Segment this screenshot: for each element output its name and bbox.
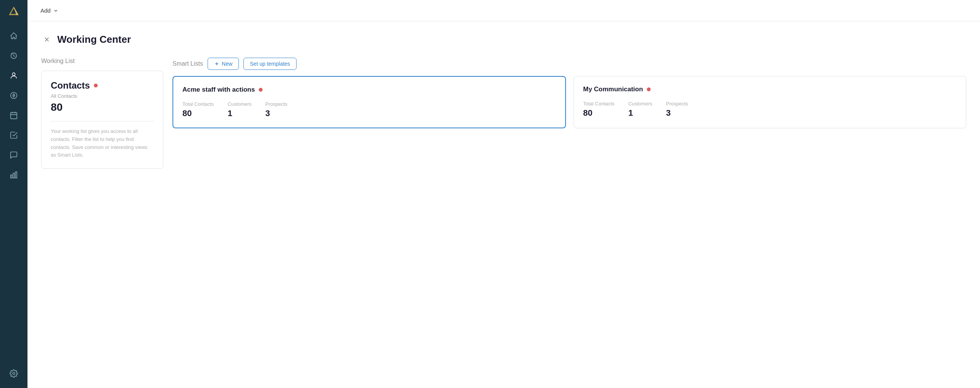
svg-rect-9	[16, 172, 17, 178]
contacts-subtitle: All Contacts	[51, 93, 154, 99]
stat-label-total-0: Total Contacts	[182, 101, 214, 107]
new-smart-list-button[interactable]: New	[208, 58, 239, 70]
sidebar-item-tasks[interactable]	[0, 125, 27, 145]
contacts-title-row: Contacts	[51, 80, 154, 91]
stat-total-contacts-1: Total Contacts 80	[583, 101, 614, 118]
stat-value-prospects-1: 3	[666, 108, 688, 118]
plus-icon	[214, 61, 219, 66]
svg-point-4	[12, 73, 15, 76]
sidebar-item-reports[interactable]	[0, 165, 27, 185]
app-logo[interactable]	[0, 0, 27, 23]
svg-point-10	[13, 372, 15, 375]
svg-rect-7	[11, 175, 12, 178]
stat-label-customers-0: Customers	[227, 101, 251, 107]
stat-value-customers-0: 1	[227, 108, 251, 118]
smart-lists-label: Smart Lists	[172, 60, 203, 67]
templates-button-label: Set up templates	[250, 61, 290, 67]
stat-label-total-1: Total Contacts	[583, 101, 614, 107]
sidebar-item-sync[interactable]	[0, 46, 27, 66]
smart-cards-row: Acme staff with actions Total Contacts 8…	[172, 76, 966, 128]
svg-rect-8	[13, 173, 15, 178]
sidebar	[0, 0, 27, 388]
smart-list-card-0[interactable]: Acme staff with actions Total Contacts 8…	[172, 76, 566, 128]
stat-prospects-1: Prospects 3	[666, 101, 688, 118]
stat-total-contacts-0: Total Contacts 80	[182, 101, 214, 118]
contacts-description: Your working list gives you access to al…	[51, 128, 154, 159]
stat-value-total-0: 80	[182, 108, 214, 118]
sidebar-item-home[interactable]	[0, 26, 27, 46]
stat-value-prospects-0: 3	[265, 108, 287, 118]
smart-card-stats-1: Total Contacts 80 Customers 1 Prospects …	[583, 101, 957, 118]
sidebar-item-messages[interactable]	[0, 145, 27, 165]
smart-card-dot-1	[647, 87, 651, 91]
stat-value-total-1: 80	[583, 108, 614, 118]
contacts-count: 80	[51, 101, 154, 113]
smart-card-title-row-0: Acme staff with actions	[182, 86, 556, 94]
contacts-status-dot	[94, 84, 98, 87]
smart-lists-column: Smart Lists New Set up templates	[172, 58, 966, 128]
chevron-down-icon	[53, 8, 58, 13]
topbar: Add	[27, 0, 980, 21]
sidebar-item-contacts[interactable]	[0, 66, 27, 86]
main-area: Add ✕ Working Center Working List Contac…	[27, 0, 980, 388]
contacts-card[interactable]: Contacts All Contacts 80 Your working li…	[41, 71, 163, 169]
lists-row: Working List Contacts All Contacts 80 Yo…	[41, 58, 966, 169]
set-up-templates-button[interactable]: Set up templates	[243, 58, 297, 70]
working-list-column: Working List Contacts All Contacts 80 Yo…	[41, 58, 163, 169]
content-area: ✕ Working Center Working List Contacts A…	[27, 21, 980, 388]
contacts-title: Contacts	[51, 80, 90, 91]
smart-card-title-1: My Communication	[583, 86, 643, 93]
stat-customers-1: Customers 1	[628, 101, 652, 118]
smart-card-stats-0: Total Contacts 80 Customers 1 Prospects …	[182, 101, 556, 118]
sidebar-item-calendar[interactable]	[0, 105, 27, 125]
add-button[interactable]: Add	[37, 5, 62, 16]
add-label: Add	[40, 7, 51, 14]
sidebar-item-settings[interactable]	[0, 364, 27, 383]
stat-prospects-0: Prospects 3	[265, 101, 287, 118]
page-header: ✕ Working Center	[41, 34, 966, 45]
page-title: Working Center	[57, 34, 131, 45]
new-button-label: New	[222, 61, 232, 67]
close-button[interactable]: ✕	[41, 34, 52, 45]
smart-card-dot-0	[259, 88, 263, 92]
stat-label-prospects-0: Prospects	[265, 101, 287, 107]
smart-card-title-0: Acme staff with actions	[182, 86, 255, 94]
svg-rect-6	[11, 113, 17, 119]
sidebar-item-finance[interactable]	[0, 86, 27, 105]
sidebar-nav	[0, 23, 27, 364]
smart-lists-header: Smart Lists New Set up templates	[172, 58, 966, 70]
stat-customers-0: Customers 1	[227, 101, 251, 118]
working-list-label: Working List	[41, 58, 75, 65]
card-divider	[51, 121, 154, 121]
working-list-header: Working List	[41, 58, 163, 65]
smart-list-card-1[interactable]: My Communication Total Contacts 80 Custo…	[574, 76, 966, 128]
stat-value-customers-1: 1	[628, 108, 652, 118]
stat-label-customers-1: Customers	[628, 101, 652, 107]
stat-label-prospects-1: Prospects	[666, 101, 688, 107]
smart-card-title-row-1: My Communication	[583, 86, 957, 93]
sidebar-bottom	[0, 364, 27, 388]
